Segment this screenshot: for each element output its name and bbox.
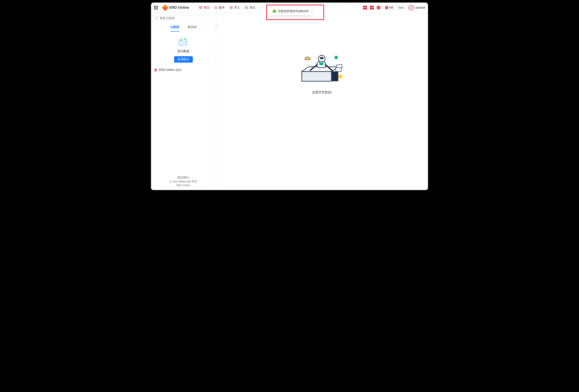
svg-point-0: [199, 6, 202, 7]
add-module-button[interactable]: 新增模块: [174, 56, 193, 63]
user-menu[interactable]: admin8: [409, 5, 425, 10]
grid-view-icon[interactable]: [363, 6, 367, 9]
main-empty-text: 这里空空如也!: [299, 90, 346, 94]
main-empty-state: 这里空空如也!: [299, 51, 346, 94]
chevron-left-icon: [215, 24, 217, 26]
svg-rect-10: [184, 39, 185, 40]
body: 元数据 数据域 暂无数据 新增模块 ERD Online 论坛 测试团队1: [151, 13, 428, 190]
svg-point-4: [261, 7, 262, 8]
user-name: admin8: [415, 6, 425, 9]
brand-title: ERD Online: [169, 5, 189, 10]
app-window: ERD OnlineV4.0.7 ERD OnlineV4.0.7 ERD On…: [151, 2, 428, 190]
search-input[interactable]: [159, 16, 212, 20]
gitee-stars-count: 694: [389, 6, 393, 9]
svg-point-21: [338, 75, 343, 79]
svg-rect-19: [319, 63, 323, 65]
menu-export[interactable]: 导出: [244, 5, 256, 10]
svg-point-5: [411, 6, 412, 8]
svg-rect-17: [320, 57, 323, 59]
menu-label: 导入: [234, 6, 240, 9]
svg-point-9: [180, 39, 182, 41]
toast-message: 当前您的身份为admin8: [278, 9, 308, 13]
avatar-icon: [409, 5, 414, 10]
forum-link-text: ERD Online 论坛: [159, 68, 182, 72]
menu-label: 版本: [219, 6, 225, 9]
search-input-wrap[interactable]: [153, 15, 214, 21]
app-launcher-icon[interactable]: [154, 6, 158, 9]
import-icon: [229, 6, 233, 9]
svg-rect-12: [302, 72, 332, 81]
search-icon: [155, 16, 158, 19]
empty-illustration-icon: [178, 37, 189, 46]
main-panel: 这里空空如也!: [216, 13, 428, 190]
gitee-icon: G: [385, 6, 388, 9]
sidebar-footer: 测试团队1 © 2022 Made with 零代 ERD Online: [151, 174, 216, 190]
link-icon[interactable]: [377, 6, 380, 9]
sidebar-empty-text: 暂无数据: [153, 49, 214, 53]
gitee-stars-badge[interactable]: G 694 Stars: [383, 5, 406, 10]
svg-rect-15: [336, 68, 341, 72]
tab-metadata[interactable]: 元数据: [170, 23, 179, 32]
grid-view-icon-2[interactable]: [370, 6, 374, 9]
footer-line3: ERD Online: [151, 183, 216, 187]
database-icon: [199, 6, 202, 9]
tab-datadomain[interactable]: 数据域: [188, 23, 197, 32]
svg-point-20: [334, 56, 338, 59]
sidebar-tabs: 元数据 数据域: [151, 22, 216, 32]
forum-link[interactable]: ERD Online 论坛: [151, 66, 216, 74]
sidebar: 元数据 数据域 暂无数据 新增模块 ERD Online 论坛 测试团队1: [151, 13, 216, 190]
export-icon: [245, 6, 248, 9]
menu-label: 模型: [204, 6, 210, 9]
astronaut-empty-icon: [299, 51, 346, 87]
svg-point-6: [155, 17, 157, 19]
globe-icon: [154, 68, 157, 72]
menu-version[interactable]: 版本: [214, 5, 225, 10]
menu-model[interactable]: 模型: [199, 5, 210, 10]
menu-settings[interactable]: 设置: [260, 5, 271, 10]
menu-label: 导出: [249, 6, 255, 9]
identity-toast: 当前您的身份为admin8: [270, 8, 311, 15]
collapse-sidebar-button[interactable]: [213, 23, 218, 28]
footer-line2: © 2022 Made with 零代: [151, 180, 216, 184]
logo-icon: [162, 4, 168, 11]
brand[interactable]: ERD Online: [163, 5, 189, 10]
success-icon: [273, 9, 276, 13]
sidebar-empty: 暂无数据 新增模块: [151, 32, 216, 66]
settings-icon: [260, 6, 263, 9]
footer-team: 测试团队1: [151, 176, 216, 180]
svg-rect-13: [332, 72, 338, 81]
top-menu: 模型 版本 导入 导出: [199, 5, 271, 10]
menu-import[interactable]: 导入: [229, 5, 240, 10]
history-icon: [214, 6, 217, 9]
gitee-stars-word: Stars: [396, 5, 406, 10]
header-right: G 694 Stars admin8: [363, 5, 425, 10]
